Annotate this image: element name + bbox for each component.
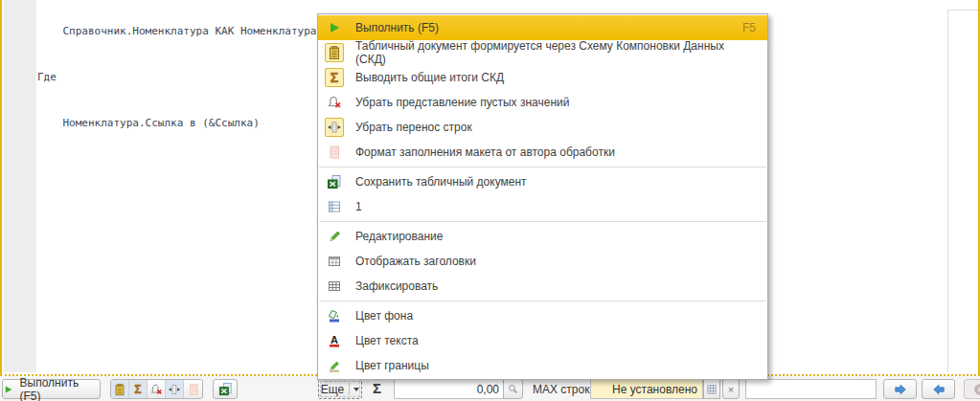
menu-item-dcs-totals[interactable]: Σ Выводить общие итоги СКД (318, 65, 767, 90)
menu-item-text-color[interactable]: A Цвет текста (318, 328, 767, 353)
menu-item-label: Убрать перенос строк (355, 121, 472, 134)
text-color-icon: A (325, 331, 344, 350)
pencil-icon (325, 227, 344, 246)
previous-button[interactable] (922, 379, 955, 399)
stop-button (964, 379, 980, 399)
border-color-icon (325, 356, 344, 375)
menu-item-save-spreadsheet[interactable]: Сохранить табличный документ (318, 169, 767, 194)
spreadsheet-document-button[interactable] (111, 380, 129, 398)
arrow-left-icon (932, 383, 946, 396)
menu-item-label: Сохранить табличный документ (355, 175, 527, 189)
sum-search-button[interactable] (503, 379, 523, 399)
spreadsheet-document-icon (325, 43, 344, 62)
menu-item-remove-word-wrap[interactable]: Убрать перенос строк (318, 115, 767, 140)
menu-separator (319, 221, 766, 222)
more-button-label: Еще (321, 383, 344, 396)
menu-item-freeze[interactable]: Зафиксировать (318, 274, 767, 299)
menu-item-run[interactable]: Выполнить (F5) F5 (318, 15, 767, 40)
menu-item-remove-empty-values[interactable]: Убрать представление пустых значений (318, 90, 767, 115)
svg-text:A: A (330, 334, 338, 345)
menu-item-label: Редактирование (355, 230, 443, 243)
word-wrap-icon (325, 118, 344, 137)
author-fill-format-button[interactable] (184, 380, 202, 398)
paint-bucket-icon (325, 306, 344, 325)
code-line: Справочник.Номенклатура КАК Номенклатура (37, 24, 316, 39)
remove-empty-values-button[interactable] (148, 380, 166, 398)
menu-item-show-headers[interactable]: Отображать заголовки (318, 249, 767, 274)
search-icon (507, 383, 519, 395)
max-rows-clear-button[interactable]: × (722, 379, 740, 399)
bell-cross-icon (325, 93, 344, 112)
run-button[interactable]: Выполнить (F5) (2, 379, 101, 399)
menu-item-label: Цвет текста (355, 334, 419, 347)
query-console-window: Справочник.Номенклатура КАК Номенклатура… (0, 0, 980, 401)
max-rows-label: MAX строк: (533, 383, 593, 396)
svg-text:Σ: Σ (134, 383, 141, 396)
max-rows-picker-button[interactable] (703, 379, 720, 399)
editor-scrollbar-cap (947, 10, 978, 11)
table-headers-icon (325, 252, 344, 271)
more-button[interactable]: Еще (318, 379, 362, 399)
menu-item-author-fill-format[interactable]: Формат заполнения макета от автора обраб… (318, 140, 767, 165)
svg-text:Σ: Σ (330, 70, 338, 85)
faded-document-icon (325, 143, 344, 162)
menu-item-label: Отображать заголовки (355, 255, 476, 268)
menu-item-label: Цвет границы (355, 359, 429, 372)
table-number-icon (325, 197, 344, 216)
sum-value-field[interactable]: 0,00 (394, 379, 504, 399)
menu-item-label: 1 (355, 200, 362, 213)
menu-separator (319, 301, 766, 301)
arrow-right-icon (894, 383, 907, 396)
toggle-button-group: Σ (110, 379, 203, 399)
menu-item-tabular-via-dcs[interactable]: Табличный документ формируется через Схе… (318, 40, 767, 65)
context-menu: Выполнить (F5) F5 Табличный документ фор… (317, 13, 768, 380)
word-wrap-button[interactable] (166, 380, 184, 398)
menu-item-background-color[interactable]: Цвет фона (318, 303, 767, 328)
code-line: Где (37, 70, 316, 85)
next-button[interactable] (883, 379, 917, 399)
menu-item-accel: F5 (742, 21, 756, 34)
save-spreadsheet-button[interactable] (213, 379, 238, 399)
play-icon (325, 18, 344, 37)
sigma-icon: Σ (325, 68, 344, 87)
clear-icon: × (728, 384, 734, 395)
menu-item-label: Зафиксировать (355, 279, 438, 293)
excel-save-icon (325, 172, 344, 191)
play-icon (3, 384, 14, 395)
menu-item-editing[interactable]: Редактирование (318, 224, 767, 249)
menu-item-label: Убрать представление пустых значений (355, 96, 569, 109)
run-button-label: Выполнить (F5) (20, 376, 100, 401)
code-line: Номенклатура.Ссылка в (&Ссылка) (37, 116, 316, 131)
menu-item-label: Формат заполнения макета от автора обраб… (355, 145, 615, 159)
max-rows-field[interactable]: Не установлено (590, 379, 703, 399)
menu-item-label: Выполнить (F5) (355, 21, 439, 34)
autosum-button[interactable]: Σ (373, 380, 381, 396)
button-divider (349, 383, 350, 395)
menu-separator (319, 167, 766, 167)
table-freeze-icon (325, 277, 344, 296)
editor-scrollbar[interactable] (947, 10, 948, 372)
chevron-down-icon (353, 388, 359, 391)
menu-item-label: Выводить общие итоги СКД (355, 71, 504, 84)
dcs-totals-button[interactable]: Σ (129, 380, 148, 398)
editor-gutter (4, 0, 36, 372)
query-code: Справочник.Номенклатура КАК Номенклатура… (37, 0, 316, 162)
excel-save-icon (218, 382, 233, 396)
extra-input[interactable] (745, 379, 877, 399)
menu-item-label: Табличный документ формируется через Схе… (355, 39, 756, 66)
menu-item-border-color[interactable]: Цвет границы (318, 353, 767, 378)
menu-item-label: Цвет фона (355, 309, 413, 323)
stop-icon (973, 383, 980, 396)
grid-picker-icon (706, 384, 718, 395)
menu-item-sheet-number[interactable]: 1 (318, 194, 767, 219)
